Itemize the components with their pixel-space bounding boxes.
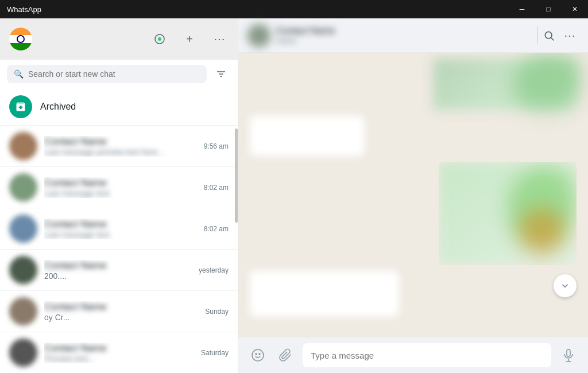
search-bar: 🔍: [0, 60, 238, 88]
sidebar-header: + ⋯: [0, 18, 238, 60]
filter-button[interactable]: [211, 64, 231, 84]
menu-button[interactable]: ⋯: [210, 30, 229, 48]
archived-row[interactable]: Archived: [0, 88, 238, 126]
chat-avatar: [9, 173, 37, 201]
chat-preview: oy Cr...: [44, 313, 198, 322]
new-chat-button[interactable]: +: [180, 30, 199, 48]
chat-meta: 9:56 am: [204, 142, 229, 150]
chat-info: Contact Name Last message text: [44, 177, 197, 198]
chat-item[interactable]: Contact Name Last message text 8:02 am: [0, 208, 238, 250]
chat-list: Contact Name Last message preview text h…: [0, 126, 238, 373]
svg-point-7: [252, 349, 264, 361]
chat-preview: Last message text: [44, 189, 197, 198]
chat-contact-avatar[interactable]: [247, 24, 270, 47]
chat-name: Contact Name: [44, 177, 197, 189]
status-icon-button[interactable]: [150, 30, 169, 48]
avatar[interactable]: [9, 28, 32, 50]
chat-name: Contact Name: [44, 219, 197, 230]
messages-area[interactable]: [238, 53, 588, 337]
message-input-area: [238, 337, 588, 373]
incoming-message: [250, 116, 365, 156]
chat-info: Contact Name Preview text...: [44, 343, 194, 363]
scrollbar-thumb[interactable]: [235, 129, 238, 223]
chat-time: yesterday: [199, 266, 229, 274]
header-actions: + ⋯: [150, 30, 229, 48]
svg-point-1: [158, 37, 161, 41]
contact-name: Contact Name: [276, 26, 335, 36]
close-button[interactable]: ✕: [562, 0, 588, 18]
search-input[interactable]: [28, 69, 200, 79]
sidebar: + ⋯ 🔍 A: [0, 18, 238, 373]
profile-picture: [9, 28, 32, 50]
chat-info: Contact Name Last message preview text h…: [44, 136, 197, 157]
app-container: + ⋯ 🔍 A: [0, 18, 588, 373]
message-input-wrap[interactable]: [303, 343, 551, 367]
scroll-to-bottom-button[interactable]: [554, 274, 577, 297]
media-message-top: [433, 59, 577, 110]
chat-meta: 8:02 am: [204, 184, 229, 192]
maximize-button[interactable]: □: [535, 0, 562, 18]
chat-meta: Saturday: [201, 349, 229, 357]
chat-preview: 200....: [44, 271, 192, 281]
chat-info: Contact Name oy Cr...: [44, 301, 198, 322]
svg-point-8: [256, 353, 257, 355]
header-divider: [537, 26, 537, 44]
chat-avatar: [9, 215, 37, 243]
chat-preview: Preview text...: [44, 354, 194, 363]
chat-avatar: [9, 256, 37, 284]
titlebar: WhatsApp ─ □ ✕: [0, 0, 588, 18]
chat-avatar: [9, 297, 37, 325]
chat-meta: Sunday: [205, 308, 229, 316]
header-action-buttons: ⋯: [537, 26, 579, 45]
svg-line-6: [551, 37, 554, 40]
chat-time: 8:02 am: [204, 184, 229, 192]
chat-item[interactable]: Contact Name Preview text... Saturday: [0, 332, 238, 373]
chat-name: Contact Name: [44, 136, 197, 147]
chat-time: Sunday: [205, 308, 229, 316]
outgoing-media-message: [439, 162, 577, 265]
chat-time: 9:56 am: [204, 142, 229, 150]
chat-item[interactable]: Contact Name Last message preview text h…: [0, 126, 238, 167]
app-title: WhatsApp: [7, 5, 41, 14]
attachment-button[interactable]: [275, 345, 296, 366]
minimize-button[interactable]: ─: [509, 0, 535, 18]
chat-item[interactable]: Contact Name 200.... yesterday: [0, 250, 238, 291]
incoming-message-2: [250, 271, 399, 317]
chat-name: Contact Name: [44, 260, 192, 271]
chat-item[interactable]: Contact Name Last message text 8:02 am: [0, 167, 238, 208]
search-input-wrap[interactable]: 🔍: [7, 65, 207, 83]
chat-time: 8:02 am: [204, 225, 229, 233]
chat-meta: yesterday: [199, 266, 229, 274]
chat-meta: 8:02 am: [204, 225, 229, 233]
chat-preview: Last message preview text here...: [44, 147, 197, 157]
archived-label: Archived: [40, 102, 76, 112]
chat-avatar: [9, 132, 37, 160]
search-chat-button[interactable]: [540, 26, 558, 45]
chat-preview: Last message text: [44, 230, 197, 239]
chat-item[interactable]: Contact Name oy Cr... Sunday: [0, 291, 238, 332]
message-input[interactable]: [311, 351, 543, 360]
window-controls: ─ □ ✕: [509, 0, 588, 18]
archive-icon: [9, 95, 32, 118]
chat-info: Contact Name Last message text: [44, 219, 197, 239]
chat-name: Contact Name: [44, 301, 198, 313]
chat-menu-button[interactable]: ⋯: [560, 26, 579, 45]
mic-button[interactable]: [558, 345, 579, 366]
chat-avatar: [9, 339, 37, 367]
chat-area: Contact Name online ⋯: [238, 18, 588, 373]
chat-name: Contact Name: [44, 343, 194, 354]
svg-point-5: [545, 32, 552, 38]
chat-header: Contact Name online ⋯: [238, 18, 588, 53]
chat-info: Contact Name 200....: [44, 260, 192, 281]
chat-time: Saturday: [201, 349, 229, 357]
svg-point-9: [259, 353, 260, 355]
emoji-button[interactable]: [247, 345, 268, 366]
svg-rect-10: [567, 349, 570, 356]
search-icon: 🔍: [14, 69, 24, 79]
contact-status: online: [276, 36, 335, 45]
